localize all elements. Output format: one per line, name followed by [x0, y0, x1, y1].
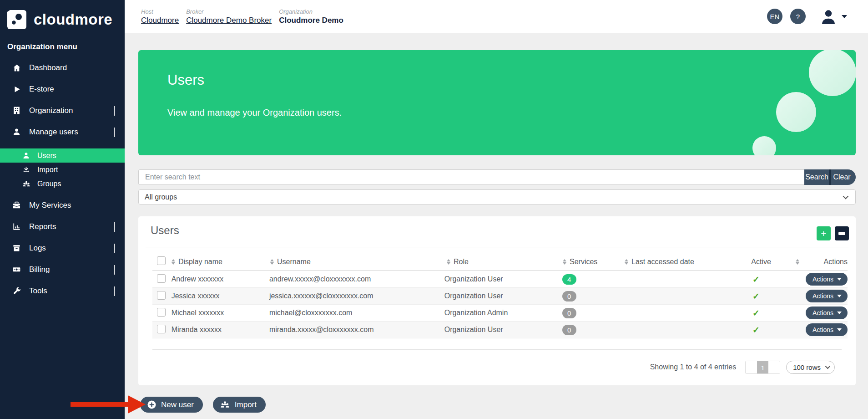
- chevron-down-icon: [842, 15, 847, 18]
- column-header-display-name[interactable]: Display name: [172, 258, 270, 266]
- column-label: Services: [570, 258, 597, 266]
- cell-role: Organization User: [444, 326, 560, 334]
- row-checkbox[interactable]: [157, 291, 166, 300]
- language-button[interactable]: EN: [767, 9, 782, 24]
- chevron-right-icon: [114, 286, 115, 296]
- user-menu[interactable]: [820, 8, 847, 25]
- sidebar-item-my-services[interactable]: My Services: [0, 194, 125, 216]
- search-button[interactable]: Search: [804, 169, 831, 185]
- pagination-next[interactable]: [768, 361, 780, 374]
- panel-title: Users: [151, 224, 179, 237]
- breadcrumb-broker: Broker Cloudmore Demo Broker: [186, 8, 272, 25]
- page-subtitle: View and manage your Organization users.: [167, 107, 342, 118]
- breadcrumb-host: Host Cloudmore: [141, 8, 179, 25]
- column-header-active: Active: [738, 258, 784, 266]
- sidebar-item-dashboard[interactable]: Dashboard: [0, 57, 125, 78]
- users-table: Display name Username Role Services Last…: [152, 253, 848, 338]
- cell-display-name: Michael xxxxxxx: [172, 309, 269, 317]
- breadcrumb-broker-link[interactable]: Cloudmore Demo Broker: [186, 16, 272, 25]
- sidebar-item-import[interactable]: Import: [0, 163, 125, 177]
- active-check-icon: ✓: [752, 275, 760, 284]
- column-label: Active: [751, 258, 771, 266]
- column-header-last-accessed[interactable]: Last accessed date: [625, 258, 738, 266]
- sidebar-item-estore[interactable]: E-store: [0, 78, 125, 100]
- row-checkbox[interactable]: [157, 274, 166, 283]
- sort-icon: [796, 259, 799, 265]
- services-count-badge: 4: [562, 274, 576, 285]
- services-count-badge: 0: [562, 325, 576, 335]
- sidebar-item-reports[interactable]: Reports: [0, 216, 125, 237]
- divider: [146, 247, 848, 247]
- row-checkbox[interactable]: [157, 308, 166, 317]
- sidebar-item-users[interactable]: Users: [0, 148, 125, 163]
- cell-username: andrew.xxxxx@cloxxxxxxx.com: [269, 275, 444, 283]
- pagination-page-1[interactable]: 1: [757, 361, 768, 374]
- cloudmore-logo-icon: [6, 9, 27, 30]
- sidebar-item-logs[interactable]: Logs: [0, 237, 125, 259]
- sidebar-item-billing[interactable]: Billing: [0, 259, 125, 280]
- user-icon: [12, 127, 21, 137]
- breadcrumb-organization-current: Cloudmore Demo: [279, 16, 343, 25]
- sidebar-item-tools[interactable]: Tools: [0, 280, 125, 301]
- hero-banner: Users View and manage your Organization …: [138, 50, 856, 155]
- wrench-icon: [12, 286, 21, 296]
- sort-icon: [447, 259, 450, 265]
- page-title: Users: [167, 72, 204, 88]
- column-header-username[interactable]: Username: [270, 258, 447, 266]
- rows-per-page-value: 100 rows: [793, 363, 821, 371]
- active-check-icon: ✓: [752, 291, 760, 301]
- new-user-button[interactable]: New user: [140, 397, 203, 413]
- list-icon: [838, 232, 845, 235]
- sidebar-item-groups[interactable]: Groups: [0, 177, 125, 191]
- select-all-checkbox[interactable]: [157, 256, 166, 265]
- sidebar-item-manage-users[interactable]: Manage users: [0, 121, 125, 143]
- table-footer: Showing 1 to 4 of 4 entries 1 100 rows: [138, 360, 835, 374]
- row-actions-button[interactable]: Actions: [806, 307, 848, 319]
- sidebar-item-organization[interactable]: Organization: [0, 100, 125, 121]
- row-actions-button[interactable]: Actions: [806, 323, 848, 336]
- archive-icon: [12, 243, 21, 253]
- logo-text: cloudmore: [34, 11, 112, 28]
- play-icon: [12, 84, 21, 94]
- row-actions-button[interactable]: Actions: [806, 273, 848, 286]
- breadcrumb-label: Host: [141, 8, 179, 15]
- logo[interactable]: cloudmore: [0, 0, 125, 33]
- users-panel: Users + Display name Username Role: [138, 216, 856, 385]
- sidebar-item-label: My Services: [29, 201, 71, 210]
- add-user-button[interactable]: +: [817, 226, 831, 240]
- table-row: Andrew xxxxxxx andrew.xxxxx@cloxxxxxxx.c…: [152, 271, 848, 288]
- sidebar-item-label: Tools: [29, 286, 47, 296]
- column-header-services[interactable]: Services: [563, 258, 625, 266]
- breadcrumb-organization: Organization Cloudmore Demo: [279, 8, 343, 25]
- help-button[interactable]: ?: [790, 9, 806, 24]
- chevron-down-icon: [837, 328, 842, 331]
- sidebar-item-label: Manage users: [29, 128, 78, 137]
- table-header-row: Display name Username Role Services Last…: [152, 253, 848, 271]
- row-actions-button[interactable]: Actions: [806, 290, 848, 302]
- building-icon: [12, 106, 21, 115]
- row-checkbox[interactable]: [157, 325, 166, 333]
- chevron-down-icon: [825, 364, 830, 369]
- column-header-active-sort[interactable]: [784, 259, 811, 265]
- plus-circle-icon: [147, 400, 156, 409]
- sidebar-item-label: Billing: [29, 265, 50, 274]
- banknote-icon: [12, 265, 21, 274]
- cell-username: jessica.xxxxxx@cloxxxxxxx.com: [269, 292, 444, 300]
- groups-select[interactable]: All groups: [138, 189, 856, 204]
- clear-button[interactable]: Clear: [831, 169, 856, 185]
- pagination-prev[interactable]: [746, 361, 757, 374]
- download-icon: [22, 165, 30, 174]
- active-check-icon: ✓: [752, 308, 760, 318]
- column-settings-button[interactable]: [835, 226, 849, 240]
- actions-button-label: Actions: [812, 276, 833, 283]
- sort-icon: [625, 259, 628, 265]
- search-input[interactable]: [138, 169, 804, 185]
- breadcrumb-host-link[interactable]: Cloudmore: [141, 16, 179, 25]
- groups-select-value: All groups: [145, 193, 177, 201]
- cell-role: Organization User: [444, 275, 560, 283]
- column-header-role[interactable]: Role: [447, 258, 563, 266]
- sort-icon: [563, 259, 566, 265]
- cell-display-name: Miranda xxxxxx: [172, 326, 269, 334]
- rows-per-page-select[interactable]: 100 rows: [786, 361, 835, 374]
- import-button[interactable]: Import: [213, 397, 266, 413]
